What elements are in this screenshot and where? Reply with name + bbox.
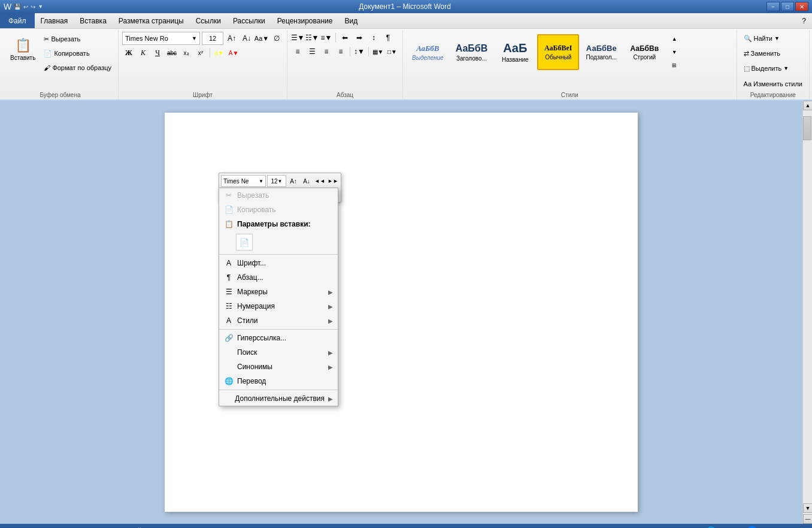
ctx-numbering[interactable]: ☷ Нумерация ▶: [219, 299, 338, 313]
strikethrough-button[interactable]: abc: [165, 47, 178, 59]
bullets-button[interactable]: ☰▼: [291, 32, 304, 44]
cut-button[interactable]: ✂ Вырезать: [41, 32, 114, 46]
menu-file[interactable]: Файл: [0, 13, 35, 28]
style-normal-active[interactable]: АаБбВеI Обычный: [537, 34, 579, 70]
sort-button[interactable]: ↕: [367, 32, 380, 44]
quick-access-undo[interactable]: ↩: [23, 4, 28, 10]
highlight-button[interactable]: a▼: [213, 47, 226, 59]
menu-mailings[interactable]: Рассылки: [227, 13, 271, 28]
maximize-button[interactable]: □: [781, 2, 794, 11]
context-menu: ✂ Вырезать 📄 Копировать 📋 Параметры вста…: [219, 188, 338, 406]
shading-button[interactable]: ▦▼: [371, 46, 384, 58]
menu-home[interactable]: Главная: [35, 13, 74, 28]
ctx-search[interactable]: Поиск ▶: [219, 345, 338, 360]
styles-arrow: ▶: [328, 318, 333, 324]
numbering-arrow: ▶: [328, 303, 333, 310]
paste-keep-format-icon[interactable]: 📄: [236, 234, 253, 251]
case-button[interactable]: Aa▼: [255, 32, 268, 44]
mini-indent-dec-button[interactable]: ◄◄: [314, 175, 326, 187]
scroll-up-button[interactable]: ▲: [803, 101, 812, 110]
ctx-synonyms[interactable]: Синонимы ▶: [219, 360, 338, 374]
superscript-button[interactable]: x²: [194, 47, 207, 59]
mini-indent-inc-button[interactable]: ►►: [327, 175, 339, 187]
quick-access-arrow[interactable]: ▼: [38, 4, 43, 10]
ctx-hyperlink[interactable]: 🔗 Гиперссылка...: [219, 331, 338, 345]
change-styles-button[interactable]: Аа Изменить стили: [741, 77, 806, 90]
styles-more[interactable]: ⊞: [668, 59, 681, 71]
font-size-selector[interactable]: 12: [202, 32, 223, 45]
menu-references[interactable]: Ссылки: [190, 13, 227, 28]
ctx-font[interactable]: A Шрифт...: [219, 256, 338, 270]
borders-button[interactable]: □▼: [386, 46, 399, 58]
italic-button[interactable]: К: [137, 47, 150, 59]
menu-review[interactable]: Рецензирование: [271, 13, 339, 28]
grow-font-button[interactable]: A↑: [225, 32, 238, 44]
close-button[interactable]: ✕: [795, 2, 808, 11]
hyperlink-ctx-icon: 🔗: [224, 333, 234, 343]
ctx-paste-icon-area[interactable]: 📄: [219, 231, 338, 253]
menu-view[interactable]: Вид: [338, 13, 363, 28]
bold-button[interactable]: Ж: [122, 47, 135, 59]
quick-access-redo[interactable]: ↪: [31, 4, 35, 10]
mini-font-selector[interactable]: Times Ne ▼: [221, 175, 266, 187]
shrink-font-button[interactable]: A↓: [240, 32, 253, 44]
style-title[interactable]: АаБ Название: [494, 34, 536, 70]
outdent-button[interactable]: ⬅: [338, 32, 352, 44]
styles-scroll-up[interactable]: ▲: [668, 33, 681, 45]
ctx-translate[interactable]: 🌐 Перевод: [219, 374, 338, 388]
ctx-paragraph[interactable]: ¶ Абзац...: [219, 270, 338, 285]
menu-page-layout[interactable]: Разметка страницы: [113, 13, 190, 28]
split-button[interactable]: —: [803, 514, 812, 524]
ctx-extra[interactable]: Дополнительные действия ▶: [219, 391, 338, 406]
align-center-button[interactable]: ☰: [305, 46, 319, 58]
scroll-down-button[interactable]: ▼: [803, 503, 812, 513]
numbering-ctx-icon: ☷: [224, 301, 234, 311]
zoom-slider[interactable]: [729, 526, 777, 528]
multilevel-button[interactable]: ≡▼: [320, 32, 333, 44]
paste-params-icon: 📋: [224, 219, 234, 229]
format-painter-button[interactable]: 🖌 Формат по образцу: [41, 61, 114, 74]
styles-scroll-down[interactable]: ▼: [668, 46, 681, 58]
font-color-button[interactable]: A▼: [227, 47, 240, 59]
line-spacing-button[interactable]: ↕▼: [353, 46, 366, 58]
scroll-thumb[interactable]: [803, 116, 811, 140]
style-normal[interactable]: АаБбВ Выделение: [407, 34, 449, 70]
justify-button[interactable]: ≡: [334, 46, 347, 58]
numbering-button[interactable]: ☷▼: [305, 32, 319, 44]
para-sep3: [368, 47, 369, 56]
style-strict[interactable]: АаБбВв Строгий: [623, 34, 665, 70]
subscript-button[interactable]: x₂: [180, 47, 193, 59]
ctx-styles[interactable]: A Стили ▶: [219, 313, 338, 328]
scroll-track[interactable]: [803, 110, 812, 503]
mini-grow-button[interactable]: A↑: [287, 175, 299, 187]
ribbon-group-styles: АаБбВ Выделение АаБбВ Заголово... АаБ На…: [403, 30, 737, 99]
style-heading1[interactable]: АаБбВ Заголово...: [450, 34, 493, 70]
document-area[interactable]: Times Ne ▼ 12 ▼ A↑ A↓ ◄◄ ►► Ж К Ч: [0, 101, 802, 524]
mini-size-selector[interactable]: 12 ▼: [267, 175, 286, 187]
ctx-copy[interactable]: 📄 Копировать: [219, 203, 338, 217]
select-button[interactable]: ⬚ Выделить ▼: [741, 62, 806, 75]
align-right-button[interactable]: ≡: [320, 46, 333, 58]
font-name-selector[interactable]: Times New Ro ▼: [122, 32, 200, 45]
indent-button[interactable]: ➡: [353, 32, 366, 44]
show-marks-button[interactable]: ¶: [381, 32, 395, 44]
word-icon: W: [4, 2, 11, 11]
minimize-button[interactable]: −: [766, 2, 780, 11]
select-icon: ⬚: [744, 65, 750, 73]
clear-format-button[interactable]: ∅: [270, 32, 283, 44]
synonyms-arrow: ▶: [328, 364, 333, 370]
help-button[interactable]: ?: [796, 13, 812, 28]
underline-button[interactable]: Ч: [151, 47, 164, 59]
ctx-paste-params[interactable]: 📋 Параметры вставки:: [219, 217, 338, 231]
quick-access-save[interactable]: 💾: [14, 4, 21, 10]
menu-insert[interactable]: Вставка: [74, 13, 113, 28]
ctx-bullets[interactable]: ☰ Маркеры ▶: [219, 285, 338, 299]
copy-button[interactable]: 📄 Копировать: [41, 47, 114, 60]
mini-shrink-button[interactable]: A↓: [301, 175, 313, 187]
find-button[interactable]: 🔍 Найти ▼: [741, 32, 806, 45]
ctx-cut[interactable]: ✂ Вырезать: [219, 188, 338, 203]
replace-button[interactable]: ⇄ Заменить: [741, 47, 806, 60]
style-subtitle[interactable]: АаБбВе Подзагол...: [580, 34, 622, 70]
paste-button[interactable]: 📋 Вставить: [6, 31, 40, 67]
align-left-button[interactable]: ≡: [291, 46, 304, 58]
